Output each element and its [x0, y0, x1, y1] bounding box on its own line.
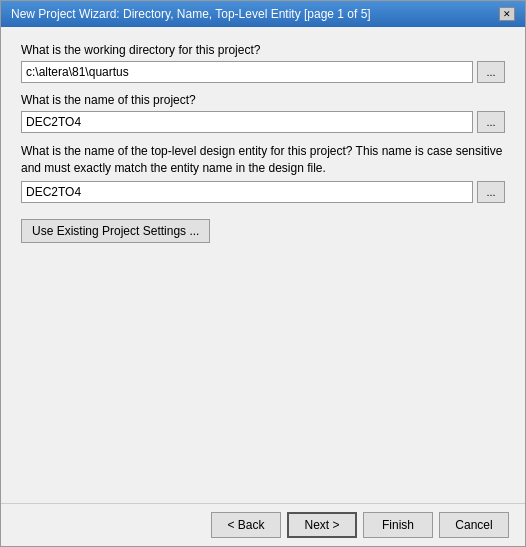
main-window: New Project Wizard: Directory, Name, Top…: [0, 0, 526, 547]
title-bar-buttons: ✕: [499, 7, 515, 21]
content-area: What is the working directory for this p…: [1, 27, 525, 503]
window-title: New Project Wizard: Directory, Name, Top…: [11, 7, 371, 21]
close-button[interactable]: ✕: [499, 7, 515, 21]
cancel-button[interactable]: Cancel: [439, 512, 509, 538]
entity-browse-button[interactable]: ...: [477, 181, 505, 203]
directory-label: What is the working directory for this p…: [21, 43, 505, 57]
name-field-group: What is the name of this project? ...: [21, 93, 505, 133]
title-bar: New Project Wizard: Directory, Name, Top…: [1, 1, 525, 27]
directory-input-row: ...: [21, 61, 505, 83]
directory-field-group: What is the working directory for this p…: [21, 43, 505, 83]
name-label: What is the name of this project?: [21, 93, 505, 107]
name-input-row: ...: [21, 111, 505, 133]
spacer: [21, 253, 505, 487]
directory-input[interactable]: [21, 61, 473, 83]
entity-description: What is the name of the top-level design…: [21, 143, 505, 177]
finish-button[interactable]: Finish: [363, 512, 433, 538]
entity-input-row: ...: [21, 181, 505, 203]
use-existing-button[interactable]: Use Existing Project Settings ...: [21, 219, 210, 243]
footer: < Back Next > Finish Cancel: [1, 503, 525, 546]
back-button[interactable]: < Back: [211, 512, 281, 538]
next-button[interactable]: Next >: [287, 512, 357, 538]
name-input[interactable]: [21, 111, 473, 133]
name-browse-button[interactable]: ...: [477, 111, 505, 133]
entity-input[interactable]: [21, 181, 473, 203]
entity-field-group: What is the name of the top-level design…: [21, 143, 505, 203]
directory-browse-button[interactable]: ...: [477, 61, 505, 83]
